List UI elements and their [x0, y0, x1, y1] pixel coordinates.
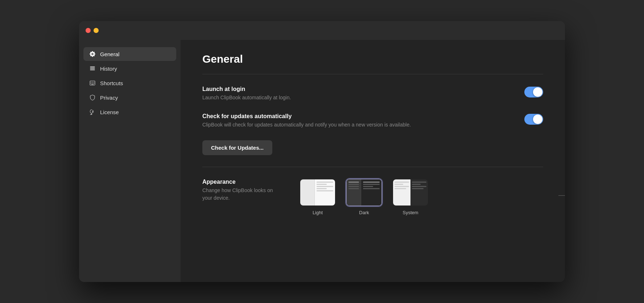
- list-icon: [89, 65, 96, 72]
- svg-rect-11: [91, 84, 94, 85]
- theme-option-light[interactable]: Light: [300, 179, 336, 215]
- keyboard-icon: [89, 80, 96, 86]
- light-content: [315, 179, 335, 206]
- svg-rect-1: [90, 68, 95, 69]
- launch-at-login-toggle[interactable]: [524, 87, 543, 97]
- appearance-title: Appearance: [202, 179, 282, 185]
- appearance-info: Appearance Change how ClipBook looks on …: [202, 179, 282, 202]
- svg-rect-5: [91, 82, 91, 83]
- dark-sidebar: [347, 179, 361, 206]
- svg-rect-3: [90, 70, 95, 71]
- light-sidebar: [300, 179, 315, 206]
- check-updates-info: Check for updates automatically ClipBook…: [202, 113, 449, 129]
- check-updates-desc: ClipBook will check for updates automati…: [202, 121, 449, 129]
- check-updates-toggle[interactable]: [524, 114, 543, 125]
- sidebar-item-privacy[interactable]: Privacy: [83, 91, 176, 104]
- check-updates-title: Check for updates automatically: [202, 113, 449, 120]
- app-window: General History: [79, 21, 565, 282]
- theme-option-system[interactable]: System: [392, 179, 429, 215]
- annotation-line: [558, 195, 565, 196]
- close-button[interactable]: [86, 28, 91, 33]
- check-updates-setting: Check for updates automatically ClipBook…: [202, 113, 543, 129]
- svg-rect-7: [94, 82, 94, 83]
- dark-line-2: [348, 184, 359, 185]
- dark-line-3: [348, 186, 359, 187]
- light-theme-preview: [300, 179, 336, 206]
- main-content: General Launch at login Launch ClipBook …: [181, 40, 565, 282]
- window-body: General History: [79, 40, 565, 282]
- sys-line-2: [395, 184, 403, 185]
- check-updates-button[interactable]: Check for Updates...: [202, 140, 272, 155]
- launch-at-login-info: Launch at login Launch ClipBook automati…: [202, 86, 449, 101]
- sidebar-label-history: History: [100, 66, 117, 72]
- sys-line-6: [412, 184, 421, 185]
- system-theme-label: System: [402, 210, 418, 215]
- dark-theme-preview: [346, 179, 382, 206]
- sidebar: General History: [79, 40, 181, 282]
- toggle-knob-2: [533, 115, 542, 124]
- light-line-2: [317, 184, 326, 185]
- dark-line-5: [363, 182, 380, 183]
- launch-at-login-setting: Launch at login Launch ClipBook automati…: [202, 86, 543, 101]
- title-bar: [79, 21, 565, 40]
- svg-rect-0: [90, 67, 95, 67]
- light-line-4: [317, 188, 326, 189]
- dark-line-7: [363, 186, 373, 187]
- appearance-setting: Appearance Change how ClipBook looks on …: [202, 179, 543, 215]
- light-line-5: [317, 190, 333, 191]
- sidebar-item-shortcuts[interactable]: Shortcuts: [83, 76, 176, 90]
- divider-appearance: [202, 167, 543, 167]
- key-icon: [89, 109, 96, 115]
- theme-options: Light: [300, 179, 429, 215]
- sidebar-label-privacy: Privacy: [100, 95, 118, 101]
- sys-line-3: [395, 186, 409, 187]
- sidebar-label-general: General: [100, 51, 119, 57]
- system-dark-half: [410, 179, 428, 206]
- sidebar-label-license: License: [100, 109, 119, 115]
- svg-rect-8: [91, 83, 91, 84]
- sys-line-4: [395, 188, 406, 189]
- sidebar-item-general[interactable]: General: [83, 47, 176, 61]
- dark-content: [361, 179, 381, 206]
- sys-line-8: [412, 188, 424, 189]
- light-line-3: [317, 186, 333, 187]
- shield-icon: [89, 94, 96, 101]
- minimize-button[interactable]: [94, 28, 99, 33]
- change-theme-annotation: CHANGE THEME: [558, 193, 565, 198]
- launch-at-login-title: Launch at login: [202, 86, 449, 92]
- light-line-1: [317, 182, 333, 183]
- sidebar-item-license[interactable]: License: [83, 105, 176, 119]
- sys-line-7: [412, 186, 426, 187]
- system-light-half: [393, 179, 410, 206]
- system-theme-preview: [392, 179, 429, 206]
- divider-top: [202, 74, 543, 74]
- light-theme-label: Light: [313, 210, 323, 215]
- sys-line-1: [395, 182, 409, 183]
- svg-rect-2: [90, 69, 95, 70]
- appearance-desc: Change how ClipBook looks on your device…: [202, 187, 282, 202]
- toggle-knob: [533, 87, 542, 97]
- svg-rect-10: [94, 83, 94, 84]
- dark-line-4: [348, 188, 359, 189]
- launch-at-login-desc: Launch ClipBook automatically at login.: [202, 94, 449, 101]
- page-title: General: [202, 53, 543, 65]
- svg-rect-9: [92, 83, 93, 84]
- sys-line-5: [412, 182, 426, 183]
- gear-icon: [89, 51, 96, 57]
- sidebar-label-shortcuts: Shortcuts: [100, 80, 123, 86]
- dark-line-8: [363, 188, 380, 189]
- dark-line-6: [363, 184, 380, 185]
- theme-option-dark[interactable]: Dark: [346, 179, 382, 215]
- svg-rect-6: [92, 82, 93, 83]
- dark-line-1: [348, 182, 359, 183]
- dark-theme-label: Dark: [359, 210, 369, 215]
- sidebar-item-history[interactable]: History: [83, 62, 176, 75]
